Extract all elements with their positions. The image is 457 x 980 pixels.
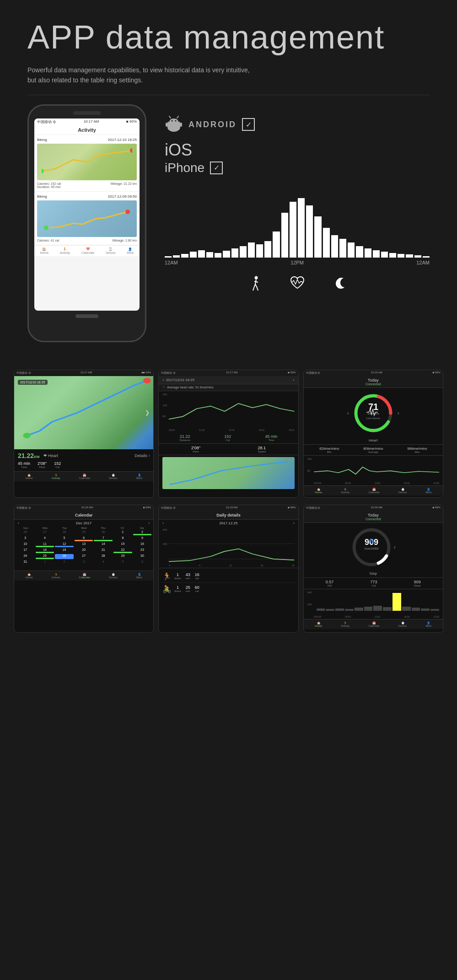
screenshots-row-2: 中国移动 令 10:18 AM ■ 89% Calendar ‹ Dec 201… <box>14 505 443 633</box>
nav-home-map[interactable]: 🏠Home <box>26 474 33 479</box>
svg-point-2 <box>44 226 48 230</box>
nav-device-heart[interactable]: ⌚Device <box>398 488 407 494</box>
nav-activity-step[interactable]: 🏃Activity <box>341 621 349 627</box>
nav-calendar-map[interactable]: 📅Calendar <box>79 474 90 479</box>
nav-device[interactable]: ⌚Device <box>106 248 115 254</box>
heart-monitor-screenshot: 中国移动 令 10:19 AM ■ 89% Today Connected ‹ … <box>303 370 443 498</box>
nav-home[interactable]: 🏠Home <box>40 248 48 254</box>
svg-point-22 <box>23 433 31 438</box>
nav-calendar-cal[interactable]: 📅Calendar <box>79 573 90 579</box>
step-bottom-nav: 🏠Home 🏃Activity 📅Calendar ⌚Device 👤Mine <box>304 619 443 629</box>
nav-mine[interactable]: 👤Mine <box>127 248 134 254</box>
activity-map-2 <box>37 200 137 237</box>
nav-mine-cal[interactable]: 👤Mine <box>136 573 142 579</box>
android-indicator: ANDROID ✓ <box>165 113 430 136</box>
nav-home-heart[interactable]: 🏠Home <box>315 488 322 494</box>
phone-speaker <box>73 111 101 115</box>
nav-calendar-step[interactable]: 📅Calendar <box>368 621 379 627</box>
walk-icon <box>250 276 263 296</box>
heart-icon <box>290 276 305 296</box>
phone-bottom-nav: 🏠Home 🏃Activity 📅Calendar ⌚Device 👤Mine <box>34 245 140 256</box>
svg-line-17 <box>254 281 258 282</box>
svg-point-15 <box>254 276 258 279</box>
chart-bar <box>223 251 230 258</box>
svg-point-23 <box>143 378 151 383</box>
svg-point-6 <box>169 118 178 125</box>
chart-bar <box>323 228 330 258</box>
activity-item-2: Biking 2017-12-09 09:50 Calories: 41 cal… <box>34 192 140 245</box>
nav-device-step[interactable]: ⌚Device <box>398 621 407 627</box>
chart-bar <box>331 235 338 258</box>
chart-bar <box>165 256 172 258</box>
chart-time-labels: 12AM 12PM 12AM <box>165 260 430 265</box>
chart-bar <box>414 255 421 258</box>
bar-chart-bars <box>165 194 430 258</box>
chart-bar <box>339 239 346 258</box>
svg-line-20 <box>253 288 254 291</box>
chart-bar <box>173 255 180 258</box>
chart-bar <box>206 252 213 257</box>
svg-text:👣: 👣 <box>369 538 375 544</box>
chart-bar <box>373 250 380 258</box>
forward-button[interactable]: › <box>293 377 294 382</box>
os-indicators: ANDROID ✓ iOS iPhone ✓ <box>165 113 430 175</box>
nav-device-cal[interactable]: ⌚Device <box>109 573 117 579</box>
nav-mine-heart[interactable]: 👤Mine <box>425 488 431 494</box>
chart-bar <box>281 213 288 258</box>
nav-mine-step[interactable]: 👤Mine <box>425 621 431 627</box>
cal-prev[interactable]: ‹ <box>18 521 19 525</box>
right-section: ANDROID ✓ iOS iPhone ✓ 12AM 12PM 12AM <box>165 104 430 296</box>
svg-point-7 <box>172 120 173 121</box>
chart-bar <box>356 246 363 257</box>
chart-bar <box>198 250 205 258</box>
chart-bar <box>231 248 238 258</box>
chart-bar <box>215 253 221 258</box>
chart-bar <box>240 246 247 257</box>
nav-device-map[interactable]: ⌚Device <box>109 474 117 479</box>
prev-btn[interactable]: ‹ <box>347 410 349 416</box>
nav-activity-cal[interactable]: 🏃Activity <box>52 573 60 579</box>
nav-calendar[interactable]: 📅Calendar <box>81 248 94 254</box>
nav-activity[interactable]: 🏃Activity <box>60 248 70 254</box>
chart-bar <box>365 248 371 258</box>
iphone-label: iPhone <box>165 161 204 175</box>
nav-home-step[interactable]: 🏠Home <box>315 621 322 627</box>
chart-bar <box>406 254 413 258</box>
heart-bottom-nav: 🏠Home 🏃Activity 📅Calendar ⌚Device 👤Mine <box>304 485 443 495</box>
step-next-btn[interactable]: › <box>394 544 396 550</box>
svg-rect-14 <box>176 126 177 129</box>
back-button[interactable]: ‹ <box>162 377 164 382</box>
android-check: ✓ <box>242 118 255 131</box>
svg-text:Goal:10000: Goal:10000 <box>364 547 379 550</box>
chart-bar <box>306 205 313 258</box>
nav-mine-map[interactable]: 👤Mine <box>136 474 142 479</box>
phone-top-bar <box>34 111 140 115</box>
chart-bar <box>398 254 404 258</box>
daily-next[interactable]: › <box>293 521 295 525</box>
chart-activity-icons <box>165 276 430 296</box>
phone-home-button[interactable] <box>75 314 98 318</box>
daily-prev[interactable]: ‹ <box>162 521 164 525</box>
nav-activity-heart[interactable]: 🏃Activity <box>341 488 349 494</box>
svg-rect-12 <box>180 123 182 127</box>
svg-point-3 <box>125 210 130 214</box>
svg-line-10 <box>177 116 178 118</box>
next-btn[interactable]: › <box>398 410 399 416</box>
cal-next[interactable]: › <box>149 521 150 525</box>
phone-status-bar: 中国移动 令 10:17 AM ■ 90% <box>34 118 140 125</box>
nav-calendar-heart[interactable]: 📅Calendar <box>368 488 379 494</box>
svg-text:Last measure: Last measure <box>366 417 381 420</box>
svg-line-9 <box>169 116 171 118</box>
chart-bar <box>389 253 396 258</box>
screenshots-section: 中国移动 令 10:17 AM ■■ 90% 2017/12/10 16:25 … <box>0 361 457 649</box>
svg-line-21 <box>257 288 258 291</box>
activity-map-1 <box>37 144 137 180</box>
screenshots-row-1: 中国移动 令 10:17 AM ■■ 90% 2017/12/10 16:25 … <box>14 370 443 498</box>
svg-rect-11 <box>166 123 167 127</box>
chart-bar <box>314 216 321 257</box>
chart-bar <box>273 232 280 258</box>
svg-line-19 <box>255 284 257 288</box>
nav-activity-map[interactable]: 🏃Activity <box>52 474 60 479</box>
nav-home-cal[interactable]: 🏠Home <box>26 573 33 579</box>
svg-point-8 <box>175 120 177 121</box>
